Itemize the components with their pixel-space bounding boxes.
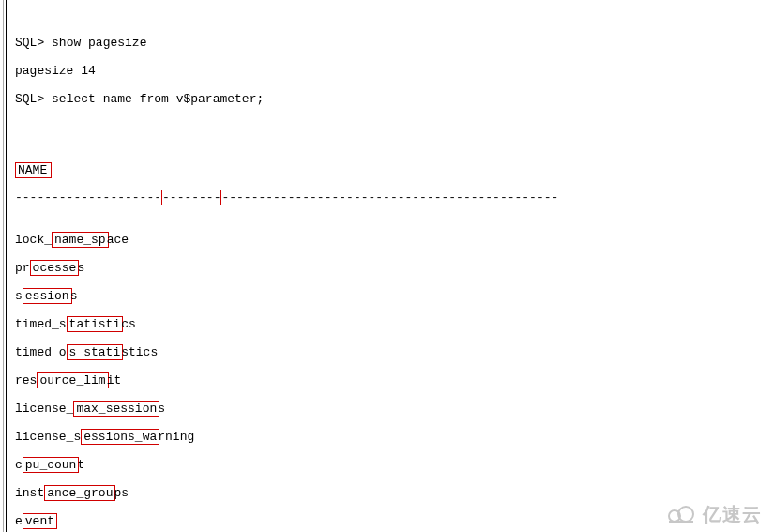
cloud-icon xyxy=(665,504,697,524)
divider-redbox: -------- xyxy=(161,190,221,205)
prompt-line-1: SQL> show pagesize xyxy=(15,36,773,50)
highlight-box: ance_grou xyxy=(44,485,115,501)
highlight-box: ource_lim xyxy=(37,372,108,388)
command-select-name: select name from v$parameter; xyxy=(52,92,264,106)
highlight-box: essions_wa xyxy=(81,429,159,445)
highlight-box: vent xyxy=(23,513,57,529)
highlight-box: ocesse xyxy=(30,260,80,276)
result-row: resource_limit xyxy=(15,373,773,388)
watermark: 亿速云 xyxy=(665,504,762,524)
result-row: event xyxy=(15,514,773,528)
highlight-box: s_stati xyxy=(67,344,124,360)
result-row: timed_os_statistics xyxy=(15,345,773,359)
result-row: lock_name_space xyxy=(15,233,773,247)
result-row: license_sessions_warning xyxy=(15,430,773,444)
terminal-output: SQL> show pagesize pagesize 14 SQL> sele… xyxy=(0,0,773,532)
highlight-box: name_sp xyxy=(52,232,109,248)
highlight-box: max_session xyxy=(73,401,159,417)
result-row: processes xyxy=(15,261,773,275)
result-row: cpu_count xyxy=(15,458,773,472)
sql-prompt: SQL> xyxy=(15,36,44,50)
watermark-text: 亿速云 xyxy=(703,508,762,522)
prompt-line-2: SQL> select name from v$parameter; xyxy=(15,92,773,106)
result-row: sessions xyxy=(15,289,773,303)
divider-line-1: ----------------------------------------… xyxy=(15,190,773,205)
result-row: license_max_sessions xyxy=(15,402,773,416)
result-row: instance_groups xyxy=(15,486,773,500)
result-row: timed_statistics xyxy=(15,317,773,331)
pagesize-reply: pagesize 14 xyxy=(15,64,773,78)
column-header-1: NAME xyxy=(15,162,773,176)
blank-line xyxy=(15,120,773,134)
name-header-redbox: NAME xyxy=(15,162,52,178)
highlight-box: ession xyxy=(23,288,72,304)
command-show-pagesize: show pagesize xyxy=(52,36,146,50)
highlight-box: pu_coun xyxy=(23,457,80,473)
sql-prompt: SQL> xyxy=(15,92,44,106)
highlight-box: tatisti xyxy=(67,316,124,332)
